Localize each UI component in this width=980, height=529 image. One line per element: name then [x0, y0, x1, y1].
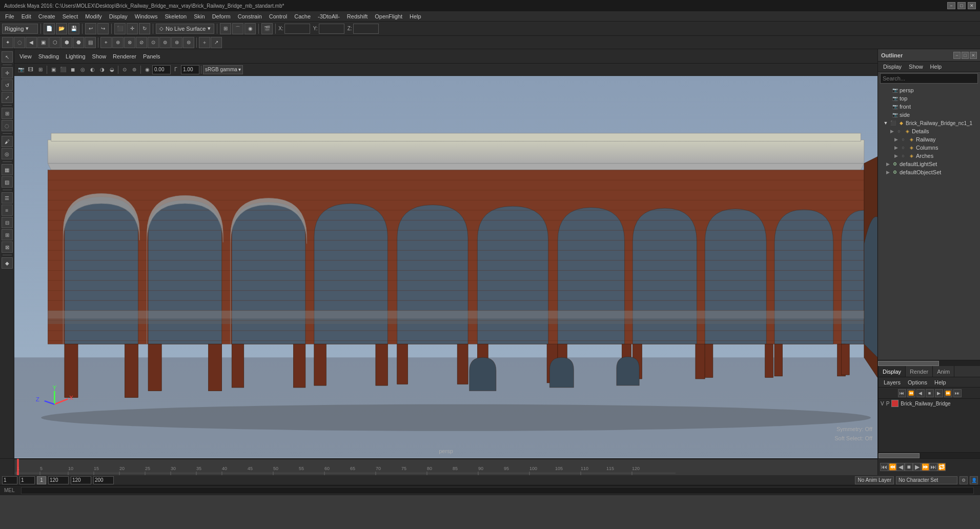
- paint-skin-btn[interactable]: 🖌: [2, 136, 13, 147]
- transform2-btn[interactable]: ⊕: [112, 37, 124, 48]
- menu-edit[interactable]: Edit: [18, 12, 34, 21]
- outliner-search-input[interactable]: [880, 73, 978, 84]
- tree-item-top[interactable]: 📷 top: [878, 94, 980, 103]
- snap-point[interactable]: ◉: [244, 23, 256, 34]
- range-end-field2[interactable]: 120: [71, 476, 91, 484]
- rigging-dropdown[interactable]: Rigging ▾: [2, 24, 38, 34]
- poly4-btn[interactable]: ▤: [85, 37, 96, 48]
- open-file-button[interactable]: 📂: [56, 23, 67, 34]
- save-file-button[interactable]: 💾: [68, 23, 79, 34]
- tl-play-fwd[interactable]: ▶: [913, 463, 921, 471]
- transform3-btn[interactable]: ⊗: [124, 37, 135, 48]
- vp-menu-show[interactable]: Show: [89, 52, 110, 60]
- layer-playback[interactable]: P: [886, 401, 890, 406]
- menu-select[interactable]: Select: [59, 12, 81, 21]
- paint-btn[interactable]: ◀: [26, 37, 37, 48]
- play-stop-btn[interactable]: ■: [926, 389, 934, 397]
- menu-deform[interactable]: Deform: [209, 12, 234, 21]
- ch-menu-layers[interactable]: Layers: [881, 378, 904, 386]
- outliner-menu-display[interactable]: Display: [880, 63, 905, 71]
- tl-loop[interactable]: 🔁: [937, 463, 946, 471]
- mel-input[interactable]: [21, 487, 974, 494]
- menu-modify[interactable]: Modify: [82, 12, 105, 21]
- expand-lightset[interactable]: ▶: [885, 161, 890, 167]
- region-btn[interactable]: ▦: [2, 164, 13, 175]
- layer-btn[interactable]: ☰: [2, 192, 13, 204]
- expand-side[interactable]: [885, 112, 890, 117]
- expand-top[interactable]: [885, 96, 890, 101]
- vp-grid-btn[interactable]: ⊞: [36, 65, 45, 74]
- outliner-maximize-btn[interactable]: □: [962, 52, 969, 59]
- select-tool-side[interactable]: ↖: [2, 51, 13, 63]
- vp-xray-btn[interactable]: ⊙: [120, 65, 129, 74]
- menu-skin[interactable]: Skin: [191, 12, 208, 21]
- tree-item-railway[interactable]: ▶ ○ ◈ Railway: [878, 135, 980, 144]
- play-skip-end-btn[interactable]: ⏭: [953, 389, 962, 397]
- vp-ao-btn[interactable]: ◑: [97, 65, 107, 74]
- tree-item-lightset[interactable]: ▶ ⚙ defaultLightSet: [878, 160, 980, 168]
- vp-menu-panels[interactable]: Panels: [140, 52, 164, 60]
- marquee-btn[interactable]: ▣: [37, 37, 49, 48]
- move-tool-side[interactable]: ✛: [2, 67, 13, 78]
- snap-grid[interactable]: ⊞: [220, 23, 231, 34]
- layer-color-swatch[interactable]: [891, 400, 899, 407]
- transform4-btn[interactable]: ⊘: [136, 37, 147, 48]
- outliner-scrollbar[interactable]: [878, 360, 980, 366]
- play-prev-btn[interactable]: ⏪: [907, 389, 915, 397]
- frame-box2[interactable]: 1: [19, 476, 35, 484]
- channel-tab-display[interactable]: Display: [879, 366, 906, 377]
- tree-item-columns[interactable]: ▶ ○ ◈ Columns: [878, 144, 980, 152]
- menu-windows[interactable]: Windows: [132, 12, 161, 21]
- vp-texture-btn[interactable]: ◼: [68, 65, 77, 74]
- timeline[interactable]: 1 5 10 15 20 25 30 35 40 45 50 55 60 65 …: [14, 459, 877, 475]
- transform6-btn[interactable]: ⊚: [159, 37, 171, 48]
- channel-scrollbar-thumb[interactable]: [879, 453, 920, 458]
- play-fwd-btn[interactable]: ▶: [935, 389, 943, 397]
- arrow-btn[interactable]: ↗: [211, 37, 222, 48]
- x-coord-field[interactable]: [284, 24, 310, 34]
- expand-details[interactable]: ▶: [889, 129, 894, 134]
- undo-button[interactable]: ↩: [85, 23, 96, 34]
- tl-prev-frame[interactable]: ⏪: [888, 463, 896, 471]
- misc-btn[interactable]: ◆: [2, 257, 13, 269]
- current-frame-input[interactable]: 1: [2, 476, 17, 484]
- menu-redshift[interactable]: Redshift: [344, 12, 371, 21]
- vp-menu-lighting[interactable]: Lighting: [63, 52, 89, 60]
- vp-film-btn[interactable]: 🎞: [26, 65, 35, 74]
- tree-item-front[interactable]: 📷 front: [878, 103, 980, 111]
- transform5-btn[interactable]: ⊙: [148, 37, 159, 48]
- tl-stop[interactable]: ■: [905, 463, 913, 471]
- expand-columns[interactable]: ▶: [893, 145, 899, 150]
- layer5-btn[interactable]: ⊠: [2, 241, 13, 253]
- vp-light-btn[interactable]: ◎: [78, 65, 87, 74]
- scale-tool-side[interactable]: ⤢: [2, 92, 13, 103]
- tl-next-frame[interactable]: ⏩: [921, 463, 929, 471]
- select-tool[interactable]: ⬛: [114, 23, 126, 34]
- outliner-minimize-btn[interactable]: −: [953, 52, 961, 59]
- menu-create[interactable]: Create: [35, 12, 58, 21]
- layer4-btn[interactable]: ⊞: [2, 229, 13, 240]
- character-btn[interactable]: 👤: [970, 476, 978, 484]
- snap-curve[interactable]: ⌒: [232, 23, 243, 34]
- anim-layer-field[interactable]: No Anim Layer: [855, 476, 894, 484]
- range-end-field3[interactable]: 200: [93, 476, 114, 484]
- vp-menu-view[interactable]: View: [16, 52, 35, 60]
- outliner-scrollbar-thumb[interactable]: [878, 361, 939, 366]
- minimize-button[interactable]: −: [947, 2, 955, 9]
- menu-constrain[interactable]: Constrain: [235, 12, 265, 21]
- select-mode-btn[interactable]: ✦: [2, 37, 13, 48]
- tl-play-back[interactable]: ◀: [896, 463, 905, 471]
- menu-help[interactable]: Help: [406, 12, 424, 21]
- menu-3dto-all[interactable]: -3DtoAll-: [315, 12, 343, 21]
- tree-item-persp[interactable]: 📷 persp: [878, 86, 980, 94]
- layer3-btn[interactable]: ⊟: [2, 217, 13, 228]
- close-button[interactable]: ✕: [968, 2, 976, 9]
- y-coord-field[interactable]: [319, 24, 344, 34]
- menu-openflight[interactable]: OpenFlight: [372, 12, 405, 21]
- vp-cam-btn[interactable]: 📷: [16, 65, 26, 74]
- vp-value2-field[interactable]: 1.00: [181, 65, 199, 74]
- layer-visibility[interactable]: V: [881, 401, 884, 406]
- channel-tab-anim[interactable]: Anim: [933, 366, 954, 377]
- sculpt-btn[interactable]: ◎: [2, 148, 13, 159]
- plus-btn[interactable]: ＋: [199, 37, 210, 48]
